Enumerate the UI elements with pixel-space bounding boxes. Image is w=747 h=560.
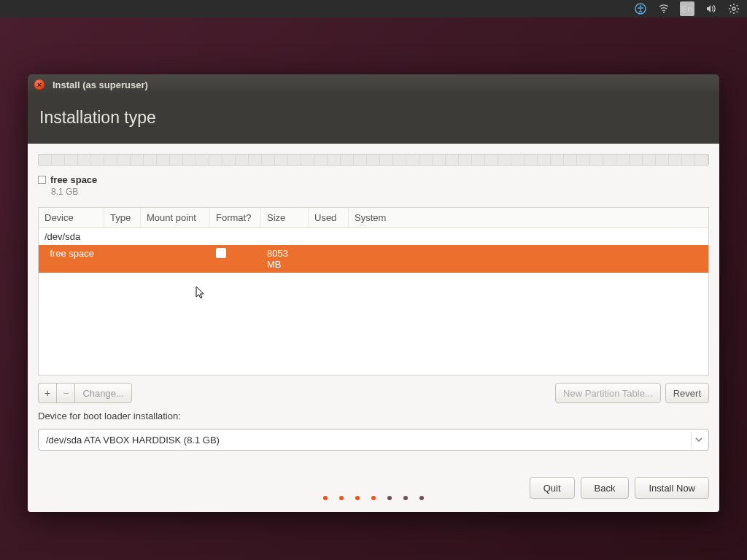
bootloader-selected: /dev/sda ATA VBOX HARDDISK (8.1 GB): [46, 435, 691, 446]
revert-button[interactable]: Revert: [665, 383, 709, 403]
volume-icon[interactable]: [703, 1, 718, 16]
top-panel: En: [0, 0, 747, 18]
network-icon[interactable]: [657, 1, 671, 16]
titlebar: Install (as superuser): [28, 74, 719, 95]
col-type: Type: [104, 208, 141, 228]
new-partition-table-button[interactable]: New Partition Table...: [555, 383, 661, 403]
free-space-size: 8.1 GB: [38, 187, 709, 197]
col-system: System: [349, 208, 708, 228]
progress-dot: [339, 496, 344, 500]
bootloader-label: Device for boot loader installation:: [38, 411, 709, 421]
progress-dot: [323, 496, 328, 500]
close-button[interactable]: [34, 79, 45, 90]
progress-dot: [387, 496, 392, 500]
format-checkbox[interactable]: [216, 248, 226, 258]
table-row-device[interactable]: /dev/sda: [39, 228, 708, 245]
free-space-summary: free space 8.1 GB: [38, 173, 709, 200]
bootloader-select[interactable]: /dev/sda ATA VBOX HARDDISK (8.1 GB): [38, 429, 709, 451]
col-size: Size: [261, 208, 309, 228]
col-mount: Mount point: [141, 208, 210, 228]
col-format: Format?: [210, 208, 261, 228]
row-size: 8053 MB: [261, 245, 309, 273]
progress-dot: [355, 496, 360, 500]
progress-dot: [419, 496, 424, 500]
free-space-label: free space: [50, 174, 97, 185]
partition-table[interactable]: Device Type Mount point Format? Size Use…: [38, 207, 709, 376]
chevron-down-icon: [691, 432, 705, 448]
svg-point-1: [640, 5, 641, 7]
row-device: free space: [39, 245, 104, 273]
svg-point-3: [732, 7, 735, 10]
progress-dots: [28, 496, 719, 500]
table-header: Device Type Mount point Format? Size Use…: [39, 208, 708, 228]
free-space-swatch: [38, 176, 46, 184]
col-device: Device: [39, 208, 104, 228]
accessibility-icon[interactable]: [633, 1, 648, 16]
page-title: Installation type: [39, 108, 708, 128]
svg-point-2: [663, 12, 665, 13]
progress-dot: [371, 496, 376, 500]
window-title: Install (as superuser): [53, 79, 148, 90]
footer-buttons: Quit Back Install Now: [38, 458, 709, 499]
remove-button[interactable]: −: [56, 383, 74, 403]
add-button[interactable]: +: [38, 383, 56, 403]
installer-window: Install (as superuser) Installation type…: [28, 74, 719, 512]
content-area: free space 8.1 GB Device Type Mount poin…: [28, 144, 719, 512]
partition-toolbar: + − Change... New Partition Table... Rev…: [38, 383, 709, 403]
change-button[interactable]: Change...: [74, 383, 131, 403]
header-area: Installation type: [28, 95, 719, 144]
progress-dot: [403, 496, 408, 500]
gear-icon[interactable]: [727, 1, 741, 16]
col-used: Used: [309, 208, 349, 228]
disk-usage-bar: [38, 154, 709, 166]
device-cell: /dev/sda: [39, 228, 104, 245]
language-indicator[interactable]: En: [680, 1, 694, 16]
table-row-selected[interactable]: free space 8053 MB: [39, 245, 708, 273]
